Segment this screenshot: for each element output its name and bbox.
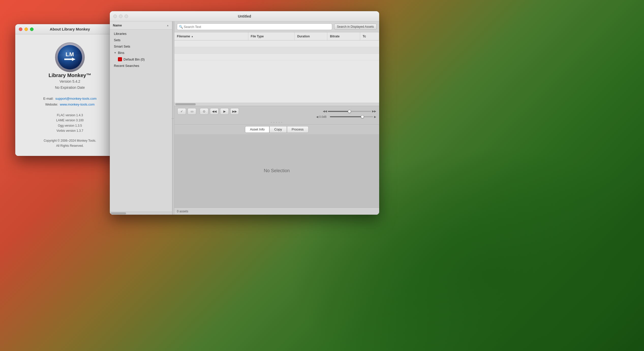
transport-row: ✓ ▭ ⊙ ◀◀ [177,108,376,115]
website-label: Website: [45,103,58,106]
vol-db-row: ◀ 0.0dB ▶ [177,115,376,119]
speaker-max-icon: ▶ [374,115,376,119]
vol-db-slider-track[interactable] [330,116,373,117]
sidebar-item-smart-sets[interactable]: Smart Sets [110,43,172,50]
about-window-title: About Library Monkey [50,27,90,31]
search-input[interactable] [177,23,332,30]
about-close-button[interactable] [19,27,22,31]
col-header-bitrate[interactable]: Bitrate [327,32,360,40]
tab-process[interactable]: Process [287,126,309,133]
search-icon: 🔍 [179,25,183,29]
col-header-duration[interactable]: Duration [295,32,327,40]
info-panel: No Selection [174,134,379,208]
copyright-line1: Copyright © 2006–2024 Monkey Tools. [44,139,96,142]
main-window: Untitled Name ▲ Libraries Sets Smart Set… [110,11,379,215]
file-list-scrollbar-thumb[interactable] [175,103,196,105]
main-close-button[interactable] [113,14,117,18]
sidebar-header-label: Name [113,23,122,27]
sidebar: Name ▲ Libraries Sets Smart Sets ▼ Bins [110,21,172,215]
sidebar-sort-icon: ▲ [166,24,169,27]
search-button[interactable]: Search in Displayed Assets [334,24,377,30]
sidebar-splitter[interactable]: ⋮ [172,21,174,215]
app-version: Version 5.4.2 [59,79,80,83]
main-window-title: Untitled [238,14,251,18]
sidebar-header: Name ▲ [110,21,172,30]
file-rows [174,40,379,103]
bitrate-col-label: Bitrate [330,35,340,38]
app-name: Library Monkey™ [49,72,91,78]
content-area: 🔍 Search in Displayed Assets Filename ▲ … [174,21,379,215]
sidebar-scrollbar-thumb[interactable] [111,212,126,214]
link-icon: ⊙ [203,110,205,113]
fastforward-button[interactable]: ▶▶ [230,108,239,115]
col-header-tc[interactable]: Tc [360,32,379,40]
sidebar-item-bins[interactable]: ▼ Bins [110,50,172,56]
rewind-icon: ◀◀ [212,110,217,113]
volume-slider-thumb[interactable] [348,110,351,113]
about-content: LM Library Monkey™ Version 5.4.2 No Expi… [15,34,125,156]
transport-right: ◀◀ ▶▶ [323,110,376,113]
file-list-header: Filename ▲ File Type Duration Bitrate Tc [174,32,379,40]
status-bar: 0 assets [174,208,379,215]
sidebar-item-sets[interactable]: Sets [110,37,172,43]
main-titlebar: Untitled [110,11,379,21]
tab-asset-info[interactable]: Asset Info [245,126,269,133]
about-info: E-mail: support@monkey-tools.com Website… [43,96,97,108]
about-maximize-button[interactable] [30,27,34,31]
resizer-handle[interactable]: • • • • • [174,121,379,124]
main-traffic-lights [113,14,128,18]
tc-col-label: Tc [363,35,366,38]
file-list-scrollbar[interactable] [174,103,379,106]
website-link[interactable]: www.monkey-tools.com [60,103,95,106]
app-expiry: No Expiration Date [55,85,85,90]
bin-download-icon: ↓ [118,57,122,61]
speaker-min-icon: ◀ [316,115,318,119]
table-row[interactable] [174,54,379,60]
volume-slider-track[interactable] [328,111,371,112]
default-bin-label: Default Bin (0) [124,57,145,61]
volume-min-icon: ◀◀ [323,110,327,113]
sets-label: Sets [114,38,120,42]
smart-sets-label: Smart Sets [114,45,130,48]
assets-count-label: 0 assets [177,210,188,213]
svg-text:LM: LM [66,51,74,57]
copyright-line2: All Rights Reserved. [56,144,84,148]
table-row[interactable] [174,40,379,47]
lib-lame: LAME version 3.100 [56,119,84,122]
filename-col-label: Filename [177,35,190,38]
sidebar-item-libraries[interactable]: Libraries [110,31,172,37]
vol-db-slider-thumb[interactable] [361,115,364,118]
duration-col-label: Duration [297,35,310,38]
check-button[interactable]: ✓ [177,108,186,115]
tab-row: Asset Info Copy Process [174,124,379,134]
about-minimize-button[interactable] [24,27,28,31]
monitor-icon: ▭ [191,110,193,113]
no-selection-label: No Selection [264,168,290,173]
main-minimize-button[interactable] [119,14,122,18]
sidebar-scrollbar[interactable] [110,212,172,215]
lib-vorbis: Vorbis version 1.3.7 [56,129,83,133]
recent-searches-label: Recent Searches [114,64,139,68]
filetype-col-label: File Type [251,35,264,38]
sidebar-item-recent-searches[interactable]: Recent Searches [110,63,172,69]
email-link[interactable]: support@monkey-tools.com [55,97,97,100]
rewind-button[interactable]: ◀◀ [210,108,219,115]
lib-flac: FLAC version 1.4.3 [57,113,83,117]
filename-sort-icon: ▲ [191,35,193,38]
play-button[interactable]: ▶ [220,108,229,115]
link-button[interactable]: ⊙ [200,108,208,115]
main-maximize-button[interactable] [125,14,128,18]
sidebar-item-default-bin[interactable]: ↓ Default Bin (0) [110,56,172,63]
about-copyright: Copyright © 2006–2024 Monkey Tools. All … [44,138,96,148]
check-icon: ✓ [180,110,183,113]
col-header-filetype[interactable]: File Type [248,32,295,40]
col-header-filename[interactable]: Filename ▲ [174,32,248,40]
about-traffic-lights [19,27,34,31]
player-controls: ✓ ▭ ⊙ ◀◀ [174,106,379,121]
transport-center: ✓ ▭ ⊙ ◀◀ [177,108,239,115]
play-icon: ▶ [223,110,226,113]
table-row[interactable] [174,47,379,54]
tab-copy[interactable]: Copy [269,126,287,133]
about-libs: FLAC version 1.4.3 LAME version 3.100 Og… [56,113,84,134]
monitor-button[interactable]: ▭ [188,108,196,115]
